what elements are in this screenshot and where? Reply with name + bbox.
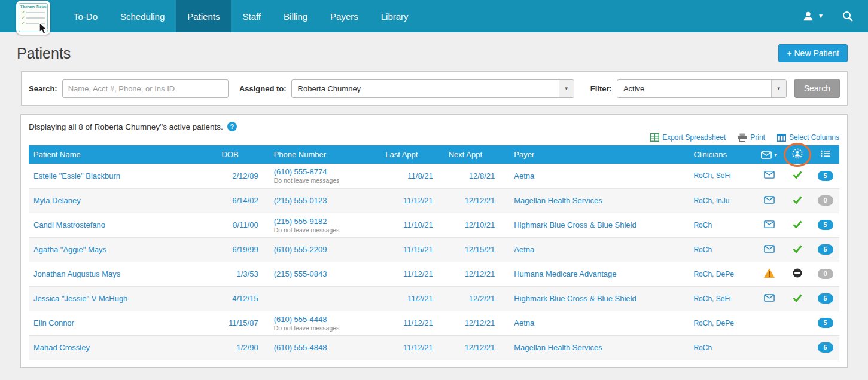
column-header-clinicians[interactable]: Clinicians: [689, 145, 756, 164]
nav-item-scheduling[interactable]: Scheduling: [109, 0, 176, 32]
column-header-patient-name[interactable]: Patient Name: [29, 145, 217, 164]
phone-number: (610) 555-4848: [274, 343, 376, 352]
last-appt-value: 11/15/21: [403, 245, 433, 254]
patient-name-link[interactable]: Candi Mastrostefano: [33, 220, 105, 229]
nav-item-to-do[interactable]: To-Do: [62, 0, 109, 32]
patient-name-link[interactable]: Agatha "Aggie" Mays: [33, 245, 106, 254]
phone-number: (215) 555-9182: [274, 217, 376, 226]
search-button[interactable]: Search: [794, 79, 840, 98]
assigned-to-select[interactable]: Roberta Chumney ▼: [291, 79, 574, 98]
dob-value: 11/15/87: [229, 318, 258, 327]
phone-number: (215) 555-0843: [274, 269, 376, 278]
next-appt-value: 12/12/21: [465, 318, 495, 327]
user-menu[interactable]: ▼: [802, 10, 824, 23]
user-icon: [802, 10, 815, 23]
message-cell[interactable]: [756, 164, 784, 188]
phone-number: (610) 555-4448: [274, 315, 376, 324]
patient-name-link[interactable]: Jessica "Jessie" V McHugh: [33, 294, 127, 303]
column-header-dob[interactable]: DOB: [217, 145, 269, 164]
message-cell[interactable]: [756, 262, 784, 286]
last-appt-value: 11/12/21: [403, 343, 433, 352]
payer-link[interactable]: Aetna: [514, 245, 534, 254]
dob-value: 8/11/00: [233, 220, 258, 229]
last-appt-value: 11/12/21: [403, 269, 433, 278]
message-envelope-icon[interactable]: [764, 196, 775, 204]
payer-link[interactable]: Magellan Health Services: [514, 343, 602, 352]
table-actions-row: Export Spreadsheet Print Select Columns: [29, 133, 839, 142]
next-appt-value: 12/2/21: [469, 294, 495, 303]
chevron-down-icon: ▼: [818, 13, 824, 19]
chevron-down-icon[interactable]: ▼: [559, 80, 574, 97]
logo-text: Therapy Notes: [19, 4, 47, 9]
nav-item-library[interactable]: Library: [370, 0, 420, 32]
message-envelope-icon[interactable]: [764, 220, 775, 228]
message-cell[interactable]: [756, 286, 784, 311]
column-header-last-appt[interactable]: Last Appt: [380, 145, 443, 164]
column-header-payer[interactable]: Payer: [509, 145, 689, 164]
portal-blocked-icon: [793, 268, 802, 278]
last-appt-value: 11/12/21: [403, 196, 433, 205]
next-appt-value: 12/8/21: [469, 171, 495, 180]
portal-cell: [784, 164, 812, 188]
patient-name-link[interactable]: Myla Delaney: [33, 196, 81, 205]
next-appt-value: 12/12/21: [465, 269, 495, 278]
portal-enabled-check-icon: [793, 294, 802, 302]
select-columns-link[interactable]: Select Columns: [777, 133, 839, 142]
table-row: Agatha "Aggie" Mays 6/19/99 (610) 555-22…: [29, 237, 839, 262]
column-header-phone[interactable]: Phone Number: [269, 145, 381, 164]
notes-count-badge[interactable]: 5: [818, 171, 833, 181]
message-cell[interactable]: [756, 213, 784, 237]
patient-name-link[interactable]: Estelle "Essie" Blackburn: [33, 171, 120, 180]
notes-count-badge[interactable]: 0: [818, 195, 833, 206]
app-logo[interactable]: Therapy Notes ✓ ✓ ✓: [16, 1, 50, 35]
filter-select[interactable]: Active ▼: [617, 79, 787, 98]
portal-icon: [792, 148, 803, 159]
notes-count-badge[interactable]: 5: [818, 318, 833, 328]
nav-item-billing[interactable]: Billing: [272, 0, 319, 32]
nav-item-patients[interactable]: Patients: [176, 0, 231, 32]
payer-link[interactable]: Magellan Health Services: [514, 196, 602, 205]
nav-item-staff[interactable]: Staff: [231, 0, 272, 32]
payer-link[interactable]: Highmark Blue Cross & Blue Shield: [514, 294, 636, 303]
column-header-next-appt[interactable]: Next Appt: [444, 145, 510, 164]
search-icon[interactable]: [842, 10, 854, 22]
nav-item-payers[interactable]: Payers: [319, 0, 370, 32]
notes-count-badge[interactable]: 5: [818, 293, 833, 304]
notes-count-badge[interactable]: 0: [818, 269, 833, 279]
message-envelope-icon[interactable]: [764, 245, 775, 253]
messages-column-header[interactable]: ▼: [756, 145, 784, 164]
message-cell[interactable]: [756, 335, 784, 360]
message-envelope-icon[interactable]: [764, 294, 775, 302]
payer-link[interactable]: Humana Medicare Advantage: [514, 269, 616, 278]
new-patient-button[interactable]: + New Patient: [778, 44, 848, 62]
phone-number: (610) 555-2209: [274, 245, 376, 254]
patient-name-link[interactable]: Jonathan Augustus Mays: [33, 269, 120, 278]
message-envelope-icon[interactable]: [764, 171, 775, 179]
patient-name-link[interactable]: Mahad Crossley: [33, 343, 90, 352]
message-cell[interactable]: [756, 311, 784, 335]
patient-name-link[interactable]: Elin Connor: [33, 318, 74, 327]
payer-link[interactable]: Aetna: [514, 171, 534, 180]
notes-count-badge[interactable]: 5: [818, 244, 833, 255]
clinicians-value: RoCh, SeFi: [693, 171, 730, 180]
dob-value: 1/3/53: [236, 269, 258, 278]
portal-column-header[interactable]: [784, 145, 812, 164]
warning-icon[interactable]: [764, 268, 775, 278]
print-link[interactable]: Print: [738, 133, 765, 142]
results-summary: Displaying all 8 of Roberta Chumney''s a…: [29, 122, 223, 131]
last-appt-value: 11/10/21: [403, 220, 433, 229]
chevron-down-icon[interactable]: ▼: [773, 152, 778, 158]
payer-link[interactable]: Highmark Blue Cross & Blue Shield: [514, 220, 636, 229]
search-input[interactable]: [62, 79, 229, 98]
notes-count-badge[interactable]: 5: [818, 220, 833, 230]
notes-count-badge[interactable]: 5: [818, 342, 833, 353]
dob-value: 1/2/90: [236, 343, 258, 352]
portal-cell: [784, 311, 812, 335]
chevron-down-icon[interactable]: ▼: [771, 80, 786, 97]
message-cell[interactable]: [756, 188, 784, 213]
notes-column-header[interactable]: [811, 145, 839, 164]
help-icon[interactable]: ?: [227, 122, 237, 131]
message-cell[interactable]: [756, 237, 784, 262]
payer-link[interactable]: Aetna: [514, 318, 534, 327]
export-spreadsheet-link[interactable]: Export Spreadsheet: [650, 133, 726, 142]
